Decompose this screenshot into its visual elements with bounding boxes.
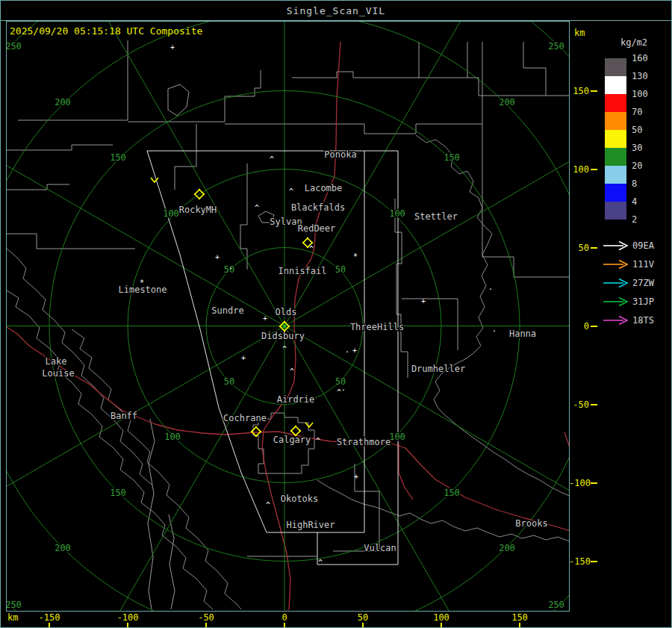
right-axis-tick — [591, 404, 597, 405]
city-label: Calgary — [273, 435, 311, 445]
range-ring-label: 50 — [335, 264, 346, 275]
radar-center-marker-dot — [284, 330, 285, 332]
city-label: ThreeHills — [350, 322, 404, 332]
bottom-axis-label: 100 — [425, 612, 458, 623]
city-label: Brooks — [515, 518, 547, 529]
colorscale-value: 8 — [632, 178, 637, 190]
track-id-label: 31JP — [632, 296, 654, 308]
bottom-axis-label: 50 — [346, 612, 379, 623]
colorscale-value: 30 — [632, 142, 642, 154]
bottom-axis-unit: km — [7, 612, 30, 623]
river-line — [7, 290, 213, 609]
radar-site-marker-dot — [203, 193, 205, 195]
point-marker: * — [140, 279, 144, 287]
bottom-axis-tick — [441, 623, 442, 628]
radar-site-marker-dot — [290, 430, 292, 432]
right-axis-tick — [591, 90, 597, 92]
colorscale-value: 20 — [632, 160, 642, 172]
colorscale-value: 4 — [632, 196, 637, 208]
county-boundary — [7, 184, 69, 190]
right-axis-label: 150 — [569, 86, 589, 96]
range-ring-label: 150 — [444, 152, 460, 163]
radial-line — [284, 326, 501, 612]
colorscale-swatch — [605, 76, 626, 94]
radar-site-marker-dot — [311, 242, 313, 243]
city-label: RedDeer — [298, 223, 336, 234]
city-label: HighRiver — [286, 520, 335, 530]
point-marker: + — [263, 314, 267, 323]
radar-site-marker-dot — [260, 431, 261, 432]
city-label: Ponoka — [324, 149, 356, 160]
county-boundary — [482, 42, 569, 277]
river-line — [416, 135, 569, 498]
point-marker: ^ — [290, 367, 294, 376]
county-boundary — [225, 70, 261, 122]
radial-line — [284, 22, 501, 326]
range-ring-label: 200 — [499, 97, 515, 108]
range-ring-label: 100 — [164, 432, 181, 442]
point-marker: ^ — [255, 204, 259, 212]
city-label: Lake — [46, 356, 67, 367]
right-axis-tick — [591, 482, 597, 484]
county-boundary — [402, 299, 458, 350]
radar-site-marker-dot — [251, 431, 252, 432]
radar-center-dot — [283, 325, 287, 329]
point-marker: . — [492, 325, 497, 333]
track-id-label: 111V — [632, 258, 654, 270]
colorscale-value: 2 — [632, 214, 637, 226]
city-label: Airdrie — [277, 394, 315, 405]
highway-line — [564, 432, 569, 459]
radar-site-marker-dot — [199, 189, 200, 190]
point-marker: + — [421, 297, 426, 305]
colorscale-value: 100 — [632, 88, 648, 100]
point-marker: . — [228, 262, 233, 270]
point-marker: + — [354, 473, 358, 481]
colorscale-value: 160 — [632, 52, 648, 64]
city-label: Stettler — [414, 211, 458, 222]
county-boundary — [148, 419, 155, 609]
radar-site-marker-dot — [194, 193, 196, 195]
county-boundary — [523, 42, 546, 96]
city-label: Okotoks — [281, 494, 319, 504]
county-boundary — [225, 124, 482, 134]
range-ring-label: 250 — [548, 41, 564, 52]
right-axis-label: 0 — [569, 321, 589, 332]
range-ring-label: 100 — [389, 432, 405, 442]
point-marker: ^ — [316, 437, 320, 445]
range-ring-label: 150 — [444, 488, 460, 498]
county-boundary — [169, 514, 175, 609]
city-label: Innisfail — [278, 266, 326, 276]
scan-timestamp: 2025/09/20 05:15:18 UTC Composite — [10, 25, 202, 37]
radar-center-marker-dot — [288, 326, 290, 327]
right-axis-label: -150 — [569, 556, 589, 567]
city-label: Drumheller — [411, 364, 465, 374]
county-boundary — [7, 234, 46, 249]
range-ring-label: 150 — [110, 152, 126, 163]
point-marker: + — [352, 346, 357, 355]
bottom-axis-tick — [284, 623, 285, 628]
range-ring-label: 150 — [110, 488, 126, 498]
radar-site-marker-dot — [295, 426, 296, 427]
range-ring-label: 100 — [163, 208, 179, 219]
bottom-axis-tick — [49, 623, 50, 628]
range-ring-label: 250 — [7, 41, 22, 52]
city-label: Louise — [42, 368, 74, 379]
point-marker: + — [170, 43, 175, 52]
city-label: Vulcan — [364, 543, 396, 553]
county-boundary — [7, 145, 113, 150]
point-marker: * — [353, 252, 358, 261]
city-label: Strathmore — [337, 437, 391, 447]
point-marker: . — [341, 384, 346, 392]
range-ring-label: 250 — [7, 600, 22, 610]
colorscale-swatch — [605, 148, 626, 166]
radar-center-marker-dot — [279, 326, 281, 327]
city-label: Banff — [111, 411, 137, 421]
city-label: Hanna — [509, 329, 536, 339]
colorscale-unit: kg/m2 — [603, 37, 665, 48]
radar-map-viewport[interactable]: 5050505010010010010015015015015020020020… — [6, 21, 570, 612]
radar-map-canvas: 5050505010010010010015015015015020020020… — [7, 22, 569, 611]
colorscale-swatch — [605, 166, 626, 184]
bottom-axis-label: 0 — [268, 612, 301, 623]
right-axis-label: 100 — [569, 164, 589, 175]
bottom-axis-tick — [127, 623, 128, 628]
